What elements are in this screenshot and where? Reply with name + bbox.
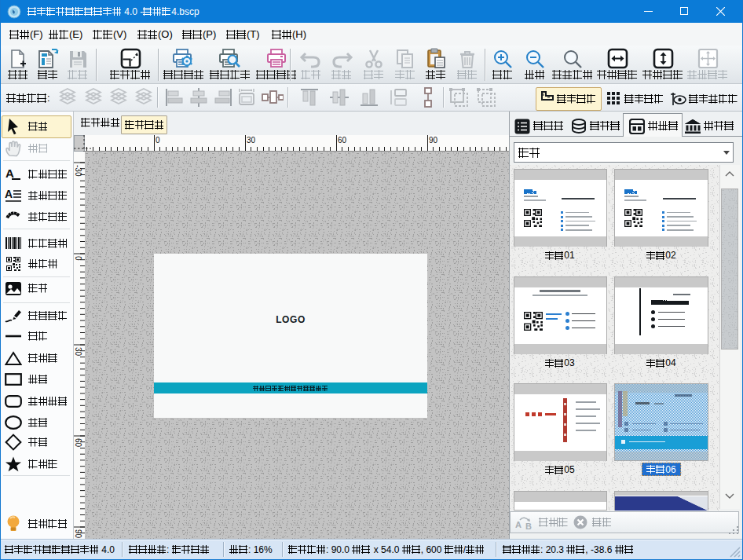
svg-text:0: 0 <box>74 256 82 261</box>
svg-text:-30: -30 <box>74 165 82 177</box>
svg-text:B: B <box>525 522 532 529</box>
svg-text:30: 30 <box>247 136 256 145</box>
svg-text:60: 60 <box>74 438 82 448</box>
svg-text:90: 90 <box>429 136 438 145</box>
svg-text:30: 30 <box>74 347 82 357</box>
svg-text:A: A <box>5 167 14 180</box>
svg-text:60: 60 <box>338 136 347 145</box>
svg-text:0: 0 <box>156 136 160 145</box>
svg-text:A: A <box>515 520 522 529</box>
svg-text:90: 90 <box>74 529 82 539</box>
svg-text:A: A <box>5 188 13 200</box>
